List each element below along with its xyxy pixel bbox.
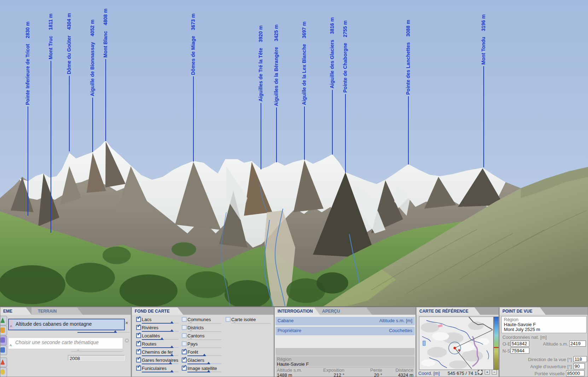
layer-opacity-slider[interactable] [187,321,221,324]
tab-fond-de-carte[interactable]: FOND DE CARTE [132,307,183,315]
terrain-stats-row: Altitude s.m.1488 mExposition212 °Pente2… [275,367,415,377]
layer-checkbox[interactable]: ✓ [136,325,141,330]
layer-checkbox[interactable] [182,333,187,338]
peak-label: Pointe Inferieure de Tricot2830 m [25,22,30,105]
interrogation-panel-tabs: APERÇU INTERROGATION [275,307,415,315]
layer-opacity-slider[interactable] [187,370,221,373]
peak-leader-line [276,108,277,162]
interrogation-panel: APERÇU INTERROGATION Cabane Altitude s.m… [274,307,416,377]
oe-value: 541842 [512,341,527,346]
zoom-in-button[interactable]: + [485,370,490,375]
layer-opacity-slider[interactable] [142,345,179,348]
second-theme-slider[interactable] [71,349,123,352]
terrain-3d-view[interactable]: Pointe Inferieure de Tricot2830 mMont Tr… [0,0,588,306]
peak-leader-line [105,59,106,141]
stat-value: 1488 m [277,372,312,377]
peak-elevation: 3816 m [329,17,335,34]
layer-checkbox[interactable]: ✓ [136,317,141,322]
layer-checkbox[interactable]: ✓ [182,358,187,362]
tree-icon-button[interactable] [0,316,7,325]
oe-label: O-E [502,341,511,347]
layer-checkbox[interactable]: ✓ [136,349,141,354]
tab-reference-label: CARTE DE RÉFÉRENCE [419,309,468,314]
fit-extent-button[interactable] [478,370,483,375]
theme-panel: EME TERRAIN ^ Altitude des cabanes de mo… [0,307,131,377]
reference-map[interactable] [419,317,494,370]
tab-theme[interactable]: EME [0,307,31,315]
layer-opacity-slider[interactable] [142,361,179,365]
layer-opacity-slider[interactable] [142,321,179,324]
minus-icon: − [493,370,495,374]
tab-terrain[interactable]: TERRAIN [31,307,83,315]
direction-value: 118 [575,356,582,362]
tab-interrogation[interactable]: INTERROGATION [275,307,320,315]
theme-transparency-slider[interactable] [77,330,130,333]
peak-elevation: 3697 m [301,22,307,38]
layer-checkbox[interactable]: ✓ [136,341,141,346]
layer-opacity-slider[interactable] [142,353,179,356]
peak-leader-line [193,76,194,162]
layer-checkbox[interactable] [182,317,187,322]
stat-label: Altitude s.m. [277,367,312,373]
close-second-theme-icon: × [125,338,129,343]
theme-select-icon-button[interactable] [0,336,7,345]
year-input[interactable]: 2008 [68,355,125,361]
layers-icon-button[interactable] [0,346,7,355]
zoom-out-button[interactable]: − [492,370,497,375]
direction-input[interactable]: 118 [574,356,587,362]
peak-leader-line [304,106,305,160]
peak-label: Aiguille de la Lex Blanche3697 m [301,22,307,105]
layer-checkbox[interactable]: ✓ [136,333,141,338]
peak-name: Mont Blanc [103,31,108,58]
range-input[interactable]: 85000 [566,370,584,376]
tab-apercu[interactable]: APERÇU [310,307,372,315]
second-theme-combobox[interactable]: ^ Choisir une seconde carte thématique [8,337,123,349]
layer-checkbox[interactable] [182,341,187,346]
layer-opacity-slider[interactable] [187,337,221,340]
layer-opacity-slider[interactable] [187,361,221,365]
reference-map-panel: CARTE DE RÉFÉRENCE [416,307,499,377]
layer-checkbox[interactable]: ✓ [136,366,141,371]
tab-theme-label: EME [3,309,12,314]
peak-elevation: 4052 m [89,19,95,36]
peak-elevation: 3920 m [258,25,263,42]
layer-opacity-slider[interactable] [142,337,179,340]
oe-input[interactable]: 541842 [511,341,529,347]
tab-carte-de-reference[interactable]: CARTE DE RÉFÉRENCE [417,307,480,315]
map-sheet-icon-button[interactable] [0,326,7,335]
layer-checkbox[interactable]: ✓ [136,358,141,362]
peak-leader-line [345,94,346,173]
region-label: Région [277,356,291,362]
layer-checkbox[interactable] [226,317,231,322]
layer-opacity-slider[interactable] [187,353,221,356]
peak-elevation: 4304 m [66,13,72,30]
peak-label: Mont Truc1811 m [48,13,53,59]
arrow-icon-button[interactable] [0,358,7,367]
layer-checkbox[interactable]: ✓ [182,366,187,371]
tab-point-de-vue[interactable]: POINT DE VUE [500,307,546,315]
marker-icon-button[interactable] [0,367,7,377]
close-theme-icon[interactable]: × [125,320,128,326]
layer-opacity-slider[interactable] [187,329,221,332]
cabane-header-row: Cabane Altitude s.m. [m] [275,317,415,325]
map-sheet-icon [0,327,5,333]
altitude-input[interactable]: 2419 [569,341,586,347]
layer-opacity-slider[interactable] [142,370,179,373]
ns-input[interactable]: 75944 [511,348,529,354]
angle-input[interactable]: 90 [574,363,585,369]
arrow-icon [0,359,5,365]
proprietaire-header-row: Propriétaire Couchettes [275,327,415,335]
layer-checkbox[interactable]: ✓ [182,349,187,354]
tree-icon [0,318,5,323]
peak-name: Pointe Inferieure de Tricot [25,44,30,105]
theme-map-combobox[interactable]: ^ Altitude des cabanes de montagne [8,319,125,330]
coord-value: 545 675 / 74 172 [448,371,482,376]
layer-opacity-slider[interactable] [187,345,221,348]
corners-icon [478,370,482,374]
peak-label: Pointe des Lanchettes3088 m [405,20,411,95]
layer-opacity-slider[interactable] [142,329,179,332]
peak-name: Mont Tondu [481,37,486,65]
layer-checkbox[interactable] [182,325,187,330]
peak-elevation: 2830 m [25,22,30,38]
layer-opacity-slider[interactable] [231,321,271,324]
